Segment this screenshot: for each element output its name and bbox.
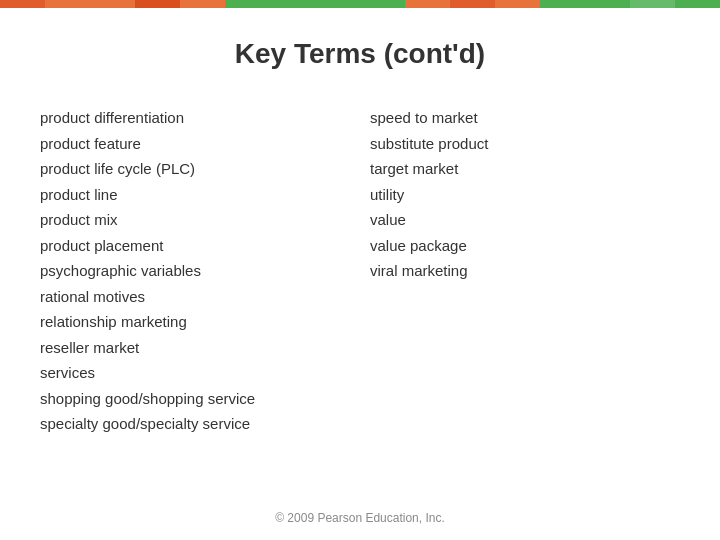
footer: © 2009 Pearson Education, Inc. — [0, 511, 720, 525]
list-item: product life cycle (PLC) — [40, 156, 350, 182]
color-segment — [450, 0, 495, 8]
color-bar — [0, 0, 720, 8]
color-segment — [225, 0, 270, 8]
list-item: shopping good/shopping service — [40, 386, 350, 412]
color-segment — [540, 0, 585, 8]
list-item: product feature — [40, 131, 350, 157]
color-segment — [360, 0, 405, 8]
list-item: relationship marketing — [40, 309, 350, 335]
list-item: value package — [370, 233, 680, 259]
left-column: product differentiationproduct featurepr… — [40, 105, 350, 437]
list-item: target market — [370, 156, 680, 182]
list-item: value — [370, 207, 680, 233]
list-item: product placement — [40, 233, 350, 259]
color-segment — [585, 0, 630, 8]
list-item: product line — [40, 182, 350, 208]
list-item: speed to market — [370, 105, 680, 131]
color-segment — [180, 0, 225, 8]
list-item: psychographic variables — [40, 258, 350, 284]
list-item: viral marketing — [370, 258, 680, 284]
list-item: utility — [370, 182, 680, 208]
list-item: specialty good/specialty service — [40, 411, 350, 437]
content-area: product differentiationproduct featurepr… — [0, 105, 720, 437]
color-segment — [45, 0, 90, 8]
page-title: Key Terms (cont'd) — [0, 38, 720, 70]
color-segment — [90, 0, 135, 8]
color-segment — [495, 0, 540, 8]
color-segment — [315, 0, 360, 8]
list-item: services — [40, 360, 350, 386]
color-segment — [135, 0, 180, 8]
list-item: reseller market — [40, 335, 350, 361]
color-segment — [270, 0, 315, 8]
list-item: product differentiation — [40, 105, 350, 131]
color-segment — [675, 0, 720, 8]
right-column: speed to marketsubstitute producttarget … — [370, 105, 680, 437]
color-segment — [405, 0, 450, 8]
list-item: rational motives — [40, 284, 350, 310]
list-item: substitute product — [370, 131, 680, 157]
list-item: product mix — [40, 207, 350, 233]
color-segment — [0, 0, 45, 8]
color-segment — [630, 0, 675, 8]
